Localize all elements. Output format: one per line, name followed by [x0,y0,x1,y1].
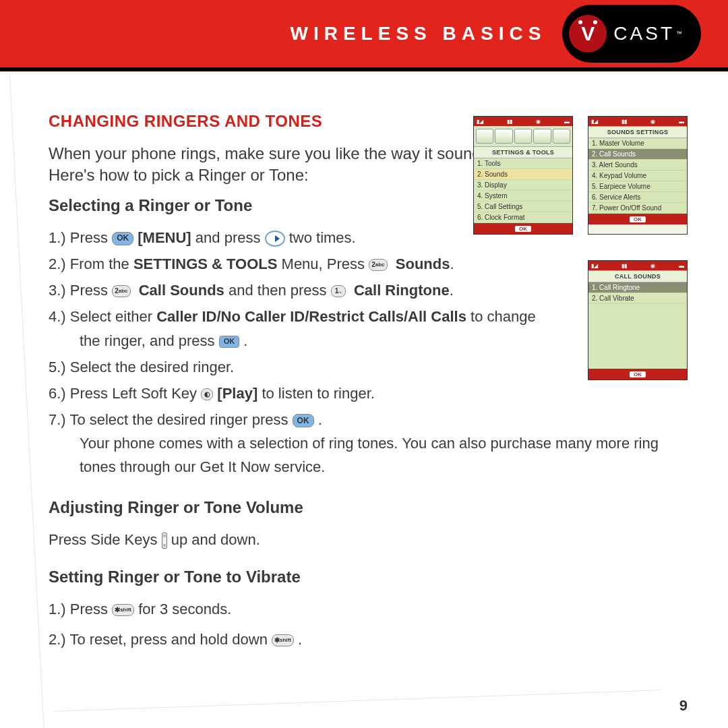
phone-screen-settings-tools: ▮◢▮▮◉▬ SETTINGS & TOOLS 1. Tools 2. Soun… [473,116,573,235]
volume-instruction: Press Side Keys up and down. [49,528,690,551]
phone-status-bar: ▮◢▮▮◉▬ [474,117,572,126]
phone-screenshots: ▮◢▮▮◉▬ SETTINGS & TOOLS 1. Tools 2. Soun… [465,116,688,380]
subhead-volume: Adjusting Ringer or Tone Volume [49,498,690,517]
step-2-c: Menu, Press [282,255,369,272]
subhead-vibrate: Setting Ringer or Tone to Vibrate [49,568,690,586]
phone-footer: OK [588,214,687,224]
phone1-list: 1. Tools 2. Sounds 3. Display 4. System … [474,158,572,223]
phone-status-bar: ▮◢▮▮◉▬ [588,261,687,270]
intro-line-1: When your phone rings, make sure you lik… [49,144,493,162]
ok-button-icon: OK [112,232,133,245]
intro-line-2: Here's how to pick a Ringer or Tone: [49,166,309,184]
phone-footer: OK [474,223,572,234]
step-6-c: to listen to ringer. [262,385,375,402]
ok-button-icon-3: OK [293,414,314,427]
phone2-list: 1. Master Volume 2. Call Sounds 3. Alert… [588,138,687,214]
call-ringtone-label: Call Ringtone [354,282,450,299]
star-key-icon-2: ✱shift [272,634,294,646]
vcast-tm: ™ [676,30,682,37]
key-2abc-icon: 2abc [369,259,387,271]
list-item: 4. System [474,191,572,202]
vib1-b: for 3 seconds. [138,601,231,617]
settings-tools-label: SETTINGS & TOOLS [133,255,278,272]
list-item: 1. Master Volume [588,138,687,149]
play-label: [Play] [217,385,257,402]
list-item: 2. Sounds [474,169,572,180]
key-2abc-icon-2: 2abc [112,285,130,297]
list-item: 3. Alert Sounds [588,160,687,171]
step-1-b: and press [195,229,265,246]
vibrate-step-2: 2.) To reset, press and hold down ✱shift… [49,628,690,651]
phone-screen-call-sounds: ▮◢▮▮◉▬ CALL SOUNDS 1. Call Ringtone 2. C… [588,260,688,380]
step-2-a: 2.) From the [49,255,133,272]
step-3-a: 3.) Press [49,282,112,299]
phone-empty-area [588,304,687,369]
list-item: 1. Call Ringtone [588,282,687,293]
step-7-a: 7.) To select the desired ringer press [49,411,293,428]
vol-a: Press Side Keys [49,531,162,548]
vib1-a: 1.) Press [49,601,112,617]
header-bar: WIRELESS BASICS V CAST ™ [0,0,728,67]
phone-ok-button: OK [630,371,646,377]
list-item: 1. Tools [474,158,572,169]
phone-ok-button: OK [515,226,531,232]
list-item: 5. Call Settings [474,202,572,212]
phone-icon-row [474,126,572,146]
page-title: WIRELESS BASICS [291,23,547,44]
ok-button-icon-2: OK [219,336,240,348]
list-item: 6. Service Alerts [588,192,687,203]
list-item: 5. Earpiece Volume [588,181,687,192]
step-1-a: 1.) Press [49,229,112,246]
page-fold-decoration-bottom [54,690,660,711]
caller-id-options-label: Caller ID/No Caller ID/Restrict Calls/Al… [156,308,466,325]
phone1-header: SETTINGS & TOOLS [474,146,572,158]
phone-screen-sounds-settings: ▮◢▮▮◉▬ SOUNDS SETTINGS 1. Master Volume … [588,116,688,235]
phone-ok-button: OK [630,216,646,222]
phone-status-bar: ▮◢▮▮◉▬ [588,117,687,126]
vcast-logo: V CAST ™ [562,5,701,63]
list-item: 2. Call Sounds [588,149,687,160]
list-item: 6. Clock Format [474,212,572,223]
vcast-icon: V [569,15,607,53]
step-1-c: two times. [289,229,356,246]
phone2-header: SOUNDS SETTINGS [588,126,687,138]
step-4-d: the ringer, and press [80,332,219,349]
phone3-list: 1. Call Ringtone 2. Call Vibrate [588,282,687,304]
list-item: 3. Display [474,180,572,191]
list-item: 7. Power On/Off Sound [588,203,687,214]
step-4-a: 4.) Select either [49,308,156,325]
key-1-icon: 1., [331,285,346,297]
step-6-a: 6.) Press Left Soft Key [49,385,201,402]
vol-b: up and down. [171,531,260,548]
star-key-icon: ✱shift [112,604,134,616]
page-number: 9 [679,697,688,715]
step-7-note: Your phone comes with a selection of rin… [49,431,690,479]
side-keys-icon [162,533,167,549]
step-6: 6.) Press Left Soft Key ◐ [Play] to list… [49,382,690,405]
right-nav-icon [265,231,285,247]
vibrate-step-1: 1.) Press ✱shift for 3 seconds. [49,597,690,621]
menu-label: [MENU] [138,229,191,246]
phone-footer: OK [588,369,687,380]
call-sounds-label: Call Sounds [139,282,224,299]
list-item: 2. Call Vibrate [588,293,687,304]
left-soft-key-icon: ◐ [201,388,213,400]
vcast-brand-text: CAST [613,23,675,44]
phone3-header: CALL SOUNDS [588,270,687,282]
list-item: 4. Keypad Volume [588,171,687,181]
step-7: 7.) To select the desired ringer press O… [49,408,690,479]
sounds-label: Sounds [396,255,450,272]
step-3-c: and then press [229,282,331,299]
vib2-a: 2.) To reset, press and hold down [49,631,272,648]
